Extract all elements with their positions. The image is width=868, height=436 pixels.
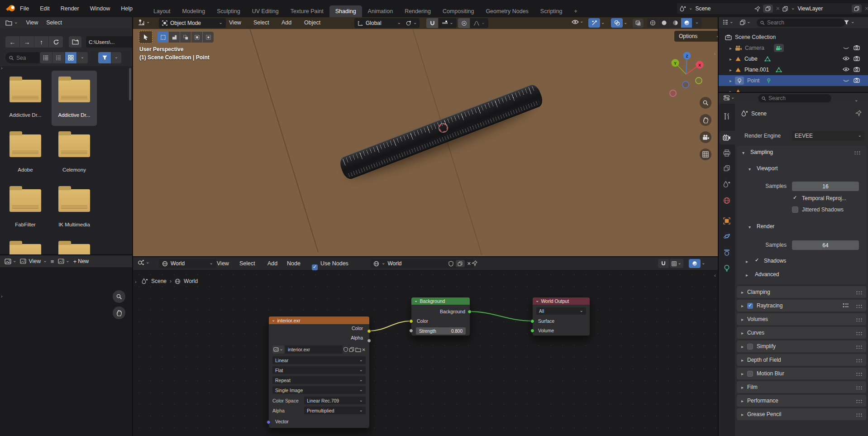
horizontal-list-view-button[interactable] [52,52,65,63]
disable-render-icon[interactable] [854,67,860,72]
color-space-dropdown[interactable]: Linear Rec.709 [304,397,366,404]
drag-handle[interactable] [854,150,861,154]
axis-neg-x-handle[interactable] [670,90,676,96]
drag-handle[interactable] [855,372,863,376]
image-browse-button[interactable] [58,258,69,264]
region-collapse-icon[interactable]: ‹ [714,51,716,56]
outliner-row-partial[interactable] [719,86,868,92]
viewlayer-selector[interactable]: ViewLayer ✕ [779,3,868,14]
properties-type-button[interactable] [723,95,734,101]
rendered-shading-button[interactable] [681,18,692,28]
collapse-icon[interactable] [749,224,751,230]
material-preview-button[interactable] [670,18,681,28]
image-name-field[interactable]: interior.exr [285,345,343,354]
interpolation-dropdown[interactable]: Linear [272,356,366,364]
breadcrumb-scene[interactable]: Scene [751,110,767,117]
display-settings-dropdown[interactable] [77,52,88,63]
properties-search-input[interactable]: Search [758,94,831,102]
simplify-checkbox[interactable] [747,344,753,350]
tab-object[interactable] [723,217,730,225]
up-button[interactable]: ↑ [34,36,48,48]
filter-settings-dropdown[interactable] [111,52,121,63]
add-workspace-button[interactable]: + [568,5,583,17]
panel-curves[interactable]: Curves [737,327,866,339]
panel-simplify[interactable]: Simplify [737,340,866,352]
menu-edit[interactable]: Edit [40,5,50,12]
folder-item[interactable]: Addictive Dr... [5,80,46,118]
file-search-input[interactable]: Sea [5,52,43,63]
tab-render[interactable] [723,134,731,141]
tab-world[interactable] [723,197,730,204]
alpha-mode-dropdown[interactable]: Premultiplied [304,407,366,414]
node-background[interactable]: Background Background Color Strength 0.8… [411,297,470,336]
select-invert-button[interactable] [191,32,202,43]
node-world-output[interactable]: World Output All Surface Volume [532,297,590,336]
list-icon[interactable] [843,303,849,308]
shader-node-editor[interactable]: World View Select Add Node Use Nodes Wor… [133,257,718,436]
forward-button[interactable]: → [20,36,34,48]
active-tool-select-box[interactable] [139,31,153,43]
hide-viewport-icon[interactable] [843,46,849,50]
tab-physics[interactable] [723,233,730,240]
axis-neg-y-handle[interactable] [696,77,702,84]
expand-icon[interactable] [730,77,732,84]
drag-handle[interactable] [855,290,863,294]
drag-handle[interactable] [855,304,863,308]
menu-window[interactable]: Window [90,5,110,12]
new-folder-button[interactable] [69,36,81,48]
tab-data[interactable] [724,264,730,272]
tab-view-layer[interactable] [723,165,730,172]
shading-dropdown[interactable] [692,18,701,28]
fake-user-shield-icon[interactable] [343,347,348,352]
panel-depth-of-field[interactable]: Depth of Field [737,354,866,366]
select-new-button[interactable] [157,32,168,43]
socket-strength-input[interactable] [409,329,413,333]
folder-item[interactable] [53,244,95,254]
menu-file[interactable]: File [20,5,29,12]
xray-toggle-button[interactable] [633,19,644,28]
sampling-title[interactable]: Sampling [750,149,773,155]
viewport-pan-button[interactable] [700,114,711,126]
folder-item[interactable]: IK Multimedia [53,189,95,227]
output-target-dropdown[interactable]: All [536,307,586,315]
panel-clamping[interactable]: Clamping [737,286,866,298]
path-field[interactable]: C:\Users\... [86,36,132,48]
shadows-label[interactable]: Shadows [764,258,786,264]
new-scene-button[interactable] [763,5,773,13]
outliner-row-scene-collection[interactable]: Scene Collection [719,32,868,43]
disable-render-icon[interactable] [854,45,860,50]
snap-settings-dropdown[interactable] [439,18,457,28]
tab-constraints[interactable] [723,249,730,256]
tab-tool[interactable] [723,113,730,120]
scrollbar[interactable] [129,68,131,101]
viewport-editor-type-button[interactable] [138,19,150,26]
properties-options-dropdown[interactable] [854,97,858,104]
pivot-point-selector[interactable] [403,18,420,28]
tab-scripting[interactable]: Scripting [534,5,568,17]
socket-volume-input[interactable] [530,329,534,333]
tab-scene[interactable] [723,181,730,188]
pin-icon[interactable] [855,110,862,116]
thumbnail-view-button[interactable] [65,52,76,63]
collapse-icon[interactable] [742,149,744,156]
unlink-icon[interactable]: ✕ [362,347,366,352]
outliner-search-input[interactable]: Search [757,19,845,27]
blender-logo-icon[interactable] [5,4,16,13]
drag-handle[interactable] [855,331,863,335]
falloff-dropdown[interactable] [470,18,488,28]
refresh-button[interactable] [49,36,63,48]
viewport-zoom-button[interactable] [700,97,711,109]
mode-selector[interactable]: Object Mode [159,18,226,28]
image-menu-view[interactable]: View [20,258,47,264]
panel-grease-pencil[interactable]: Grease Pencil [737,408,866,420]
select-intersect-button[interactable] [203,32,214,43]
node-environment-texture[interactable]: interior.exr Color Alpha interior.exr ✕ … [268,316,370,428]
image-editor-type-button[interactable] [5,258,16,264]
socket-background-output[interactable] [467,310,472,314]
select-subtract-button[interactable] [180,32,191,43]
tab-texture-paint[interactable]: Texture Paint [285,5,329,17]
viewport-camera-view-button[interactable] [700,131,711,143]
tab-compositing[interactable]: Compositing [437,5,480,17]
scene-selector[interactable]: Scene ✕ [677,3,783,14]
jittered-shadows-checkbox[interactable] [792,206,798,213]
